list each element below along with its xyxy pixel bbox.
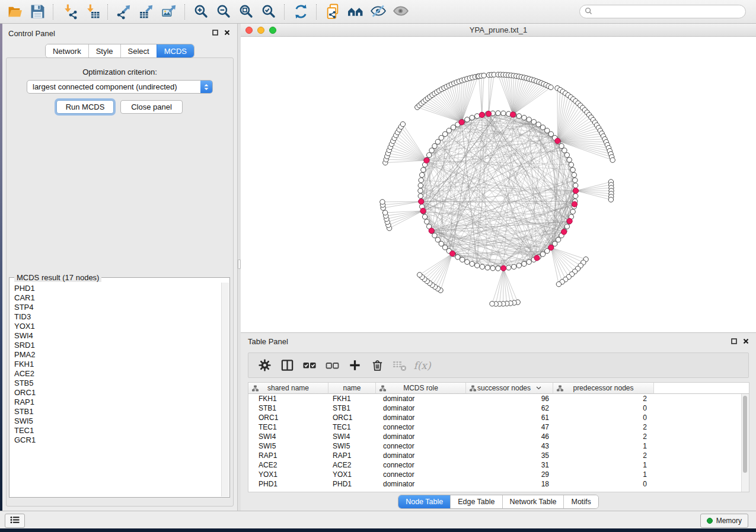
optimization-criterion-select[interactable]: largest connected component (undirected) bbox=[27, 80, 213, 94]
table-cell: 31 bbox=[466, 460, 553, 470]
mcds-result-item[interactable]: TEC1 bbox=[14, 426, 222, 435]
search-input[interactable] bbox=[595, 6, 745, 18]
toolbar-separator bbox=[284, 4, 285, 20]
memory-label: Memory bbox=[716, 517, 742, 525]
mcds-result-item[interactable]: ORC1 bbox=[14, 388, 222, 398]
table-row[interactable]: SWI4SWI4dominator462 bbox=[248, 432, 749, 441]
memory-button[interactable]: Memory bbox=[700, 514, 748, 528]
table-row[interactable]: PHD1PHD1dominator180 bbox=[248, 479, 749, 489]
export-table-icon[interactable] bbox=[136, 2, 157, 21]
window-minimize-button[interactable] bbox=[257, 27, 264, 34]
table-row[interactable]: YOX1YOX1connector291 bbox=[248, 470, 749, 479]
tab-edge-table[interactable]: Edge Table bbox=[450, 495, 502, 508]
clone-network-icon[interactable] bbox=[323, 2, 343, 21]
tab-select[interactable]: Select bbox=[120, 44, 157, 57]
delete-table-icon bbox=[391, 357, 409, 374]
run-mcds-button[interactable]: Run MCDS bbox=[56, 100, 114, 114]
tab-network-table[interactable]: Network Table bbox=[502, 495, 564, 508]
table-cell: 0 bbox=[553, 403, 654, 413]
table-row[interactable]: RAP1RAP1dominator352 bbox=[248, 451, 749, 460]
show-all-icon[interactable] bbox=[390, 2, 410, 21]
table-float-window-icon[interactable] bbox=[731, 338, 737, 344]
mcds-result-item[interactable]: GCR1 bbox=[14, 435, 222, 445]
table-cell: 35 bbox=[466, 451, 553, 460]
column-header-predecessor-nodes[interactable]: predecessor nodes bbox=[553, 383, 654, 394]
search-box[interactable] bbox=[579, 5, 746, 18]
mcds-result-item[interactable]: PMA2 bbox=[14, 350, 222, 360]
open-file-icon[interactable] bbox=[5, 2, 25, 21]
import-table-icon[interactable] bbox=[82, 2, 102, 21]
table-close-icon[interactable] bbox=[742, 338, 749, 344]
close-mcds-panel-button[interactable]: Close panel bbox=[120, 100, 183, 114]
select-stepper-icon bbox=[200, 81, 212, 93]
mcds-result-item[interactable]: CAR1 bbox=[14, 293, 222, 303]
mcds-result-item[interactable]: RAP1 bbox=[14, 398, 222, 407]
import-network-icon[interactable] bbox=[59, 2, 79, 21]
mcds-result-list[interactable]: PHD1CAR1STP4TID3YOX1SWI4SRD1PMA2FKH1ACE2… bbox=[10, 283, 222, 496]
tab-node-table[interactable]: Node Table bbox=[398, 495, 450, 508]
table-row[interactable]: FKH1FKH1dominator962 bbox=[248, 394, 749, 403]
mcds-result-item[interactable]: FKH1 bbox=[14, 360, 222, 369]
delete-columns-icon[interactable] bbox=[368, 357, 386, 374]
mcds-list-scrollbar[interactable] bbox=[221, 283, 229, 496]
mcds-result-item[interactable]: PHD1 bbox=[14, 284, 222, 293]
tab-network[interactable]: Network bbox=[46, 44, 88, 57]
table-cell: PHD1 bbox=[328, 479, 376, 489]
mcds-result-item[interactable]: SWI4 bbox=[14, 331, 222, 341]
apply-layout-icon[interactable] bbox=[291, 2, 311, 21]
mcds-result-item[interactable]: SWI5 bbox=[14, 416, 222, 426]
table-row[interactable]: ACE2ACE2connector311 bbox=[248, 460, 749, 470]
mcds-result-item[interactable]: STB1 bbox=[14, 407, 222, 416]
table-row[interactable]: ORC1ORC1dominator610 bbox=[248, 413, 749, 422]
mcds-result-item[interactable]: TID3 bbox=[14, 312, 222, 322]
main-toolbar bbox=[0, 0, 756, 24]
tab-motifs[interactable]: Motifs bbox=[563, 495, 598, 508]
network-window-titlebar[interactable]: YPA_prune.txt_1 bbox=[241, 24, 756, 37]
first-neighbors-icon[interactable] bbox=[345, 2, 365, 21]
mcds-result-title: MCDS result (17 nodes) bbox=[14, 273, 101, 282]
task-history-button[interactable] bbox=[5, 514, 25, 528]
table-mode-icon[interactable] bbox=[256, 357, 273, 374]
status-bar: Memory bbox=[0, 511, 756, 528]
select-all-icon[interactable] bbox=[301, 357, 318, 374]
network-graph[interactable] bbox=[241, 37, 756, 332]
window-maximize-button[interactable] bbox=[269, 27, 276, 34]
column-header-MCDS-role[interactable]: MCDS role bbox=[376, 383, 466, 394]
column-header-name[interactable]: name bbox=[328, 383, 376, 394]
export-network-icon[interactable] bbox=[114, 2, 134, 21]
table-row[interactable]: STB1STB1dominator620 bbox=[248, 403, 749, 413]
toolbar-separator bbox=[184, 4, 186, 20]
create-column-icon[interactable] bbox=[346, 357, 363, 374]
column-header-shared-name[interactable]: shared name bbox=[248, 383, 328, 394]
window-close-button[interactable] bbox=[245, 27, 253, 34]
export-image-icon[interactable] bbox=[159, 2, 179, 21]
mcds-result-item[interactable]: SRD1 bbox=[14, 341, 222, 350]
show-columns-icon[interactable] bbox=[278, 357, 296, 374]
table-scrollbar-thumb[interactable] bbox=[743, 396, 747, 473]
toolbar-separator bbox=[107, 4, 109, 20]
column-header-successor-nodes[interactable]: successor nodes bbox=[466, 383, 553, 394]
table-cell: connector bbox=[376, 441, 466, 451]
zoom-in-icon[interactable] bbox=[191, 2, 211, 21]
table-scrollbar[interactable] bbox=[741, 394, 749, 492]
close-icon[interactable] bbox=[224, 29, 230, 36]
hide-selected-icon[interactable] bbox=[368, 2, 388, 21]
table-cell: ORC1 bbox=[328, 413, 376, 422]
zoom-out-icon[interactable] bbox=[213, 2, 234, 21]
tab-mcds[interactable]: MCDS bbox=[157, 44, 194, 57]
mcds-result-item[interactable]: YOX1 bbox=[14, 322, 222, 331]
zoom-fit-icon[interactable] bbox=[236, 2, 256, 21]
deselect-all-icon[interactable] bbox=[323, 357, 341, 374]
tab-style[interactable]: Style bbox=[88, 44, 120, 57]
save-session-icon[interactable] bbox=[27, 2, 47, 21]
mcds-result-item[interactable]: STB5 bbox=[14, 379, 222, 388]
table-row[interactable]: TEC1TEC1connector472 bbox=[248, 422, 749, 432]
network-canvas[interactable] bbox=[241, 37, 756, 332]
mcds-result-item[interactable]: STP4 bbox=[14, 303, 222, 312]
float-window-icon[interactable] bbox=[212, 29, 218, 36]
table-cell: ORC1 bbox=[248, 413, 328, 422]
mcds-result-item[interactable]: ACE2 bbox=[14, 369, 222, 379]
table-row[interactable]: SWI5SWI5connector431 bbox=[248, 441, 749, 451]
zoom-selected-icon[interactable] bbox=[259, 2, 279, 21]
table-cell: dominator bbox=[376, 432, 466, 441]
